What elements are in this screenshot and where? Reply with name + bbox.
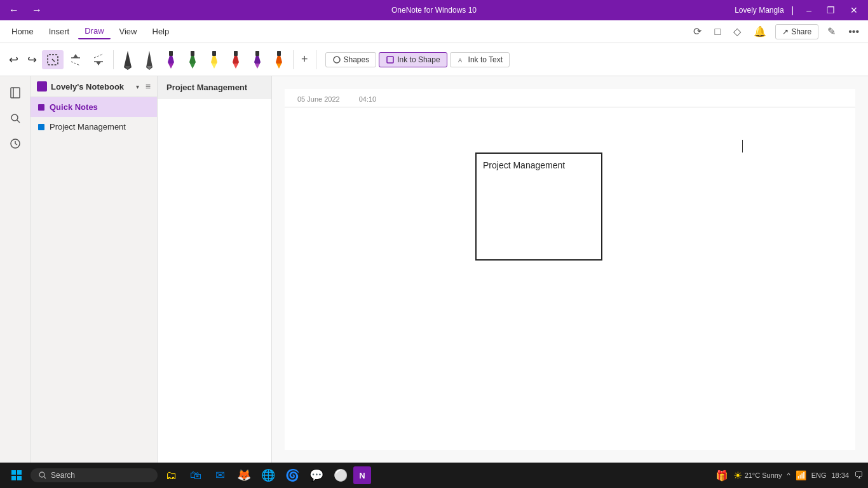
add-space-above-button[interactable] bbox=[65, 50, 86, 69]
settings-icon-btn[interactable]: ⟳ bbox=[689, 23, 705, 40]
svg-rect-31 bbox=[387, 57, 393, 63]
taskbar-onenote[interactable]: N bbox=[353, 466, 371, 484]
taskbar-firefox[interactable]: 🦊 bbox=[233, 464, 255, 487]
forward-button[interactable]: → bbox=[28, 3, 46, 17]
taskbar: Search 🗂 🛍 ✉ 🦊 🌐 🌀 💬 ⚪ N 🎁 ☀ 21°C Sunny … bbox=[0, 463, 868, 488]
svg-marker-13 bbox=[168, 64, 173, 69]
svg-rect-23 bbox=[234, 51, 238, 56]
pen-tool-green[interactable] bbox=[182, 48, 203, 71]
taskbar-store[interactable]: 🛍 bbox=[184, 464, 207, 487]
search-pages-btn[interactable]: ◇ bbox=[729, 23, 745, 40]
notebook-view-btn[interactable]: □ bbox=[710, 24, 724, 40]
pen-tool-orange[interactable] bbox=[269, 48, 289, 71]
windows-start-button[interactable] bbox=[5, 464, 28, 487]
titlebar-nav: ← → bbox=[5, 3, 46, 17]
taskbar-edge[interactable]: 🌀 bbox=[281, 464, 304, 487]
share-label: Share bbox=[791, 27, 811, 36]
lasso-select-button[interactable] bbox=[42, 50, 64, 69]
svg-rect-33 bbox=[11, 88, 20, 98]
ink-to-shape-button[interactable]: Ink to Shape bbox=[379, 52, 447, 67]
svg-marker-28 bbox=[276, 64, 281, 69]
add-space-below-button[interactable] bbox=[88, 50, 109, 69]
titlebar: ← → OneNote for Windows 10 Lovely Mangla… bbox=[0, 0, 868, 20]
notifications-btn[interactable]: 🔔 bbox=[750, 23, 770, 40]
svg-marker-19 bbox=[212, 64, 217, 69]
pen-tool-black[interactable] bbox=[118, 48, 138, 71]
taskbar-apps: 🗂 🛍 ✉ 🦊 🌐 🌀 💬 ⚪ N bbox=[160, 464, 371, 487]
menu-draw[interactable]: Draw bbox=[78, 24, 110, 39]
svg-marker-16 bbox=[190, 64, 195, 69]
taskbar-search-box[interactable]: Search bbox=[31, 468, 158, 482]
menu-view[interactable]: View bbox=[113, 24, 144, 39]
section-color-dot bbox=[38, 124, 44, 130]
redo-button[interactable]: ↪ bbox=[24, 50, 41, 69]
restore-button[interactable]: ❐ bbox=[822, 4, 840, 17]
pen-tool-red[interactable] bbox=[226, 48, 246, 71]
menubar-right: ⟳ □ ◇ 🔔 ↗ Share ✎ ••• bbox=[689, 23, 863, 40]
pen-tool-purple[interactable] bbox=[161, 48, 181, 71]
svg-rect-17 bbox=[191, 51, 194, 56]
taskbar-chrome[interactable]: 🌐 bbox=[257, 464, 280, 487]
add-pen-button[interactable]: + bbox=[297, 50, 312, 69]
page-canvas: 05 June 2022 04:10 Project Management bbox=[285, 89, 855, 450]
notification-icon[interactable]: 🗨 bbox=[854, 470, 863, 480]
more-options-btn[interactable]: ••• bbox=[844, 24, 863, 40]
ink-to-text-button[interactable]: A Ink to Text bbox=[450, 52, 510, 67]
edit-btn[interactable]: ✎ bbox=[824, 23, 839, 40]
svg-marker-3 bbox=[73, 54, 78, 58]
svg-point-44 bbox=[39, 472, 44, 477]
taskbar-chevron-up-icon[interactable]: ^ bbox=[787, 471, 790, 479]
content-area[interactable]: 05 June 2022 04:10 Project Management bbox=[272, 76, 868, 463]
page-header: 05 June 2022 04:10 bbox=[285, 89, 855, 107]
notebook-sort-btn[interactable]: ≡ bbox=[146, 81, 151, 92]
pages-panel: Project Management bbox=[158, 76, 272, 463]
notebook-icon bbox=[9, 86, 22, 99]
page-name: Project Management bbox=[166, 83, 247, 92]
svg-rect-40 bbox=[11, 470, 16, 475]
section-name: Project Management bbox=[50, 122, 126, 132]
svg-line-39 bbox=[15, 144, 17, 145]
svg-line-45 bbox=[44, 477, 46, 478]
separator-2 bbox=[293, 50, 294, 69]
svg-rect-43 bbox=[17, 476, 22, 480]
undo-button[interactable]: ↩ bbox=[5, 50, 22, 69]
notebook-header[interactable]: Lovely's Notebook ▾ ≡ bbox=[31, 76, 157, 97]
section-color-dot bbox=[38, 104, 44, 111]
svg-text:A: A bbox=[458, 57, 462, 64]
app-title: OneNote for Windows 10 bbox=[391, 6, 477, 15]
svg-rect-26 bbox=[255, 51, 259, 56]
shape-text: Project Management bbox=[477, 154, 601, 177]
taskbar-chromium[interactable]: ⚪ bbox=[329, 464, 352, 487]
taskbar-mail[interactable]: ✉ bbox=[208, 464, 231, 487]
ink-to-text-icon: A bbox=[457, 55, 466, 64]
share-icon: ↗ bbox=[782, 27, 789, 36]
taskbar-time: 18:34 bbox=[831, 471, 849, 479]
sections-list: Quick Notes Project Management bbox=[31, 97, 157, 463]
svg-line-1 bbox=[52, 59, 55, 62]
search-icon-btn[interactable] bbox=[4, 107, 27, 130]
shapes-button[interactable]: Shapes bbox=[325, 52, 377, 67]
menu-home[interactable]: Home bbox=[5, 24, 40, 39]
sidebar-icons bbox=[0, 76, 31, 463]
menu-help[interactable]: Help bbox=[146, 24, 176, 39]
pen-tool-yellow[interactable] bbox=[204, 48, 224, 71]
page-item-project-management[interactable]: Project Management bbox=[158, 76, 271, 99]
share-button[interactable]: ↗ Share bbox=[775, 24, 818, 39]
section-item-quick-notes[interactable]: Quick Notes bbox=[31, 97, 157, 117]
separator-1 bbox=[113, 50, 114, 69]
svg-marker-6 bbox=[96, 62, 101, 65]
ink-to-shape-icon bbox=[386, 55, 395, 64]
menu-insert[interactable]: Insert bbox=[43, 24, 76, 39]
recent-icon-btn[interactable] bbox=[4, 132, 27, 155]
notebook-icon-btn[interactable] bbox=[4, 81, 27, 104]
pen-tool-dark[interactable] bbox=[139, 48, 159, 71]
taskbar-whatsapp[interactable]: 💬 bbox=[305, 464, 328, 487]
section-item-project-management[interactable]: Project Management bbox=[31, 117, 157, 137]
back-button[interactable]: ← bbox=[5, 3, 23, 17]
shape-tools-group: Shapes Ink to Shape A Ink to Text bbox=[325, 52, 510, 67]
close-button[interactable]: ✕ bbox=[845, 4, 863, 17]
minimize-button[interactable]: – bbox=[801, 4, 817, 17]
taskbar-file-explorer[interactable]: 🗂 bbox=[160, 464, 183, 487]
windows-logo-icon bbox=[11, 470, 22, 481]
pen-tool-violet[interactable] bbox=[247, 48, 268, 71]
